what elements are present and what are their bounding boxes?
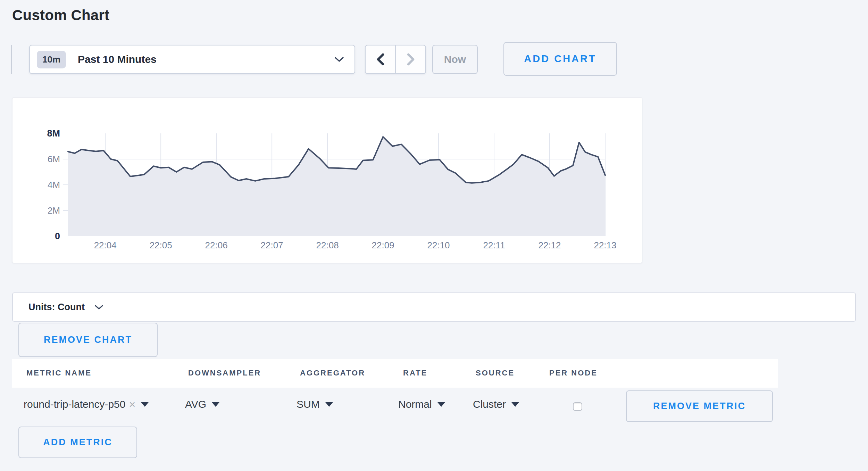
x-axis-label: 22:10 (427, 240, 450, 250)
page-title: Custom Chart (12, 7, 109, 24)
aggregator-value: SUM (297, 398, 320, 410)
caret-down-icon (212, 402, 219, 407)
metrics-table-header: METRIC NAME DOWNSAMPLER AGGREGATOR RATE … (12, 359, 778, 388)
column-header-metric-name: METRIC NAME (26, 369, 92, 378)
x-axis-label: 22:09 (372, 240, 394, 250)
x-axis-label: 22:11 (483, 240, 505, 250)
remove-chart-button[interactable]: REMOVE CHART (18, 323, 158, 357)
chevron-left-icon (375, 52, 386, 67)
units-label: Units: Count (28, 302, 85, 313)
add-chart-button[interactable]: ADD CHART (503, 42, 617, 76)
column-header-aggregator: AGGREGATOR (300, 369, 365, 378)
x-axis-label: 22:05 (150, 240, 172, 250)
column-header-per-node: PER NODE (549, 369, 598, 378)
per-node-checkbox[interactable] (573, 402, 582, 411)
caret-down-icon (141, 402, 149, 407)
units-select[interactable]: Units: Count (12, 292, 856, 322)
x-axis-label: 22:13 (594, 240, 616, 250)
time-range-select[interactable]: 10m Past 10 Minutes (29, 45, 355, 74)
metric-name-value: round-trip-latency-p50 (24, 398, 125, 410)
toolbar-divider (11, 45, 12, 74)
downsampler-value: AVG (185, 398, 206, 410)
custom-metric-chart: 8M6M4M2M022:0422:0522:0622:0722:0822:092… (12, 98, 642, 263)
remove-metric-button[interactable]: REMOVE METRIC (626, 390, 773, 422)
rate-value: Normal (398, 398, 432, 410)
time-range-label: Past 10 Minutes (78, 53, 157, 65)
next-time-button[interactable] (395, 46, 425, 73)
time-step-button-group (365, 45, 426, 74)
y-axis-label: 6M (48, 154, 60, 164)
source-select[interactable]: Cluster (473, 398, 519, 410)
caret-down-icon (325, 402, 333, 407)
x-axis-label: 22:08 (316, 240, 339, 250)
y-axis-label: 0 (55, 231, 60, 241)
prev-time-button[interactable] (366, 46, 395, 73)
x-axis-label: 22:12 (538, 240, 561, 250)
chevron-down-icon (334, 57, 344, 62)
downsampler-select[interactable]: AVG (185, 398, 219, 410)
chart-card: 8M6M4M2M022:0422:0522:0622:0722:0822:092… (12, 97, 642, 263)
metric-name-select[interactable]: round-trip-latency-p50 × (24, 398, 149, 410)
x-axis-label: 22:04 (94, 240, 117, 250)
column-header-source: SOURCE (476, 369, 515, 378)
x-axis-label: 22:07 (261, 240, 283, 250)
chevron-down-icon (94, 305, 103, 310)
aggregator-select[interactable]: SUM (297, 398, 333, 410)
clear-metric-icon[interactable]: × (129, 399, 135, 410)
now-button[interactable]: Now (432, 45, 478, 74)
chevron-right-icon (405, 52, 417, 67)
chart-area-fill (68, 137, 605, 236)
x-axis-label: 22:06 (205, 240, 228, 250)
add-metric-button[interactable]: ADD METRIC (18, 427, 137, 458)
caret-down-icon (511, 402, 519, 407)
rate-select[interactable]: Normal (398, 398, 445, 410)
column-header-downsampler: DOWNSAMPLER (188, 369, 261, 378)
y-axis-label: 4M (48, 180, 60, 190)
time-range-badge: 10m (37, 51, 66, 68)
source-value: Cluster (473, 398, 506, 410)
y-axis-label: 8M (47, 128, 60, 139)
caret-down-icon (437, 402, 445, 407)
y-axis-label: 2M (48, 205, 60, 216)
column-header-rate: RATE (403, 369, 427, 378)
